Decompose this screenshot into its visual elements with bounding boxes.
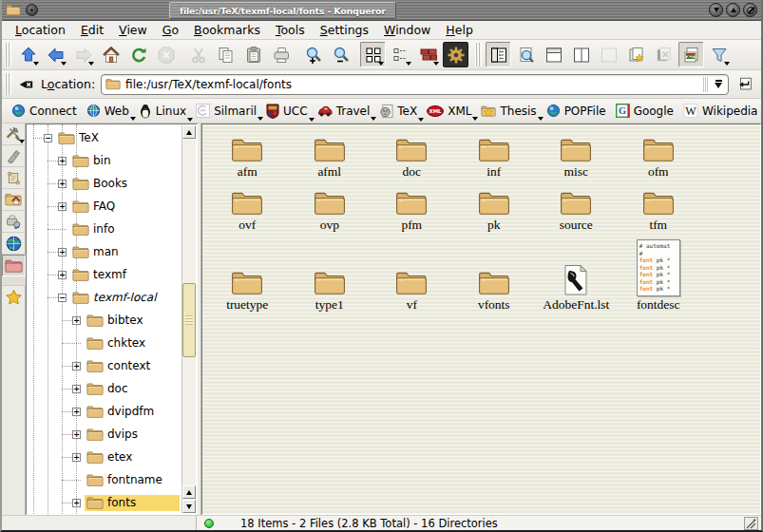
split-view-top-bottom-button[interactable]: [541, 42, 566, 67]
menu-edit[interactable]: Edit: [73, 22, 111, 38]
print-button[interactable]: [268, 42, 294, 67]
file-item-inf[interactable]: inf: [453, 128, 536, 181]
expand-expander[interactable]: +: [72, 408, 81, 416]
location-input[interactable]: file:/usr/TeX/texmf-local/fonts: [101, 74, 729, 95]
expand-expander[interactable]: +: [72, 453, 81, 462]
file-item-ovf[interactable]: ovf: [206, 181, 289, 235]
tree-row-doc[interactable]: + doc: [27, 377, 197, 400]
find-file-button[interactable]: [513, 42, 539, 67]
bookmark-connect[interactable]: Connect: [8, 102, 83, 120]
expand-expander[interactable]: +: [72, 385, 81, 393]
scroll-up-button-2[interactable]: [182, 485, 196, 499]
expand-expander[interactable]: +: [58, 271, 67, 279]
up-button[interactable]: [15, 42, 41, 67]
tree-row-texmf-local[interactable]: − texmf-local: [27, 286, 197, 309]
tree-row-texmf[interactable]: + texmf: [27, 263, 197, 286]
copy-button[interactable]: [213, 42, 238, 67]
sidebar-tab-root-folder[interactable]: [2, 255, 26, 276]
close-button[interactable]: [743, 3, 757, 17]
go-button[interactable]: [734, 74, 755, 95]
bookmark-silmaril[interactable]: Silmaril: [192, 102, 262, 120]
image-preview-button[interactable]: [678, 42, 704, 67]
tree-row-man[interactable]: + man: [27, 240, 197, 263]
title-bar[interactable]: file:/usr/TeX/texmf-local/fonts - Konque…: [2, 0, 761, 21]
expand-expander[interactable]: +: [72, 316, 81, 325]
tree-row-dvips[interactable]: + dvips: [27, 423, 197, 446]
minimize-button[interactable]: [709, 3, 723, 17]
sticky-pin-button[interactable]: [26, 4, 38, 16]
tree-row-chktex[interactable]: chktex: [27, 332, 197, 354]
brick-view-button[interactable]: [415, 42, 441, 67]
tree-row-etex[interactable]: + etex: [27, 446, 197, 468]
tree-row-tex[interactable]: − TeX: [27, 126, 197, 149]
file-item-type1[interactable]: type1: [289, 235, 372, 314]
scroll-down-button[interactable]: [182, 500, 196, 513]
location-dropdown-button[interactable]: [709, 75, 728, 94]
expand-expander[interactable]: +: [58, 202, 67, 211]
sidebar-tab-history[interactable]: [2, 167, 26, 189]
menu-settings[interactable]: Settings: [313, 22, 376, 38]
show-sidebar-button[interactable]: [486, 42, 511, 67]
bookmark-google[interactable]: G Google: [612, 102, 679, 120]
file-item-tfm[interactable]: tfm: [618, 181, 700, 235]
menu-bookmarks[interactable]: Bookmarks: [186, 22, 268, 38]
bookmark-linux[interactable]: Linux: [135, 102, 192, 121]
gear-button[interactable]: [443, 42, 468, 67]
bookmark-travel[interactable]: Travel: [314, 103, 376, 120]
multicolumn-view-button[interactable]: [388, 42, 413, 67]
extra-toolbar-drag-handle[interactable]: [475, 43, 482, 66]
location-toolbar-drag-handle[interactable]: [5, 73, 11, 95]
location-value[interactable]: file:/usr/TeX/texmf-local/fonts: [125, 78, 292, 91]
bookmark-popfile[interactable]: POPFile: [543, 102, 612, 120]
file-item-pk[interactable]: pk: [453, 181, 536, 235]
file-item-doc[interactable]: doc: [371, 128, 453, 181]
bookmark-thesis[interactable]: Thesis: [477, 103, 542, 120]
scrollbar-thumb[interactable]: [182, 283, 196, 357]
menu-go[interactable]: Go: [155, 22, 186, 38]
expand-expander[interactable]: +: [58, 180, 67, 188]
file-item-afml[interactable]: afml: [289, 128, 372, 181]
sidebar-tab-bookmarks[interactable]: [2, 286, 26, 308]
toolbar-drag-handle[interactable]: [5, 43, 11, 66]
expand-expander[interactable]: +: [72, 430, 81, 439]
zoom-out-button[interactable]: [328, 42, 353, 67]
menu-location[interactable]: Location: [8, 22, 73, 38]
file-item-truetype[interactable]: truetype: [206, 235, 289, 314]
sidebar-tab-network[interactable]: [2, 233, 26, 255]
menu-tools[interactable]: Tools: [268, 22, 313, 38]
reload-button[interactable]: [125, 42, 151, 67]
zoom-in-button[interactable]: [300, 42, 326, 67]
expand-expander[interactable]: +: [58, 157, 67, 165]
tree-row-bin[interactable]: + bin: [27, 149, 197, 172]
menu-window[interactable]: Window: [376, 22, 438, 38]
file-item-pfm[interactable]: pfm: [371, 181, 453, 235]
split-view-left-right-button[interactable]: [568, 42, 594, 67]
file-item-afm[interactable]: afm: [206, 128, 289, 181]
tree-row-faq[interactable]: + FAQ: [27, 195, 197, 218]
file-item-vfonts[interactable]: vfonts: [453, 235, 536, 314]
file-item-vf[interactable]: vf: [371, 235, 453, 314]
bookmark-wikipedia[interactable]: W Wikipedia: [679, 102, 763, 120]
file-item-ofm[interactable]: ofm: [618, 128, 700, 181]
selected-tree-item[interactable]: fonts: [85, 495, 180, 511]
sidebar-tab-marker[interactable]: [2, 145, 26, 167]
filter-button[interactable]: [706, 42, 732, 67]
collapse-expander[interactable]: −: [58, 294, 67, 302]
file-item-fontdesc[interactable]: # automat # font pk * font pk * font pk …: [618, 235, 700, 314]
scroll-up-button[interactable]: [182, 125, 196, 139]
menu-view[interactable]: View: [111, 22, 155, 38]
back-button[interactable]: [43, 42, 68, 67]
paste-button[interactable]: [240, 42, 266, 67]
tree-row-bibtex[interactable]: + bibtex: [27, 309, 197, 332]
clear-location-button[interactable]: [15, 74, 36, 95]
tree-row-context[interactable]: + context: [27, 354, 197, 377]
file-icon-view[interactable]: afm afml doc inf misc ofm ovf ovp pfm pk…: [201, 124, 761, 515]
new-tab-button[interactable]: [623, 42, 649, 67]
home-button[interactable]: [98, 42, 124, 67]
tree-scrollbar[interactable]: [181, 125, 196, 513]
file-item-ovp[interactable]: ovp: [289, 181, 372, 235]
file-item-misc[interactable]: misc: [535, 128, 618, 181]
bookmark-ucc[interactable]: UCC: [262, 102, 314, 121]
expand-expander[interactable]: +: [72, 499, 81, 507]
bookmark-xml[interactable]: XML XML: [423, 103, 477, 120]
